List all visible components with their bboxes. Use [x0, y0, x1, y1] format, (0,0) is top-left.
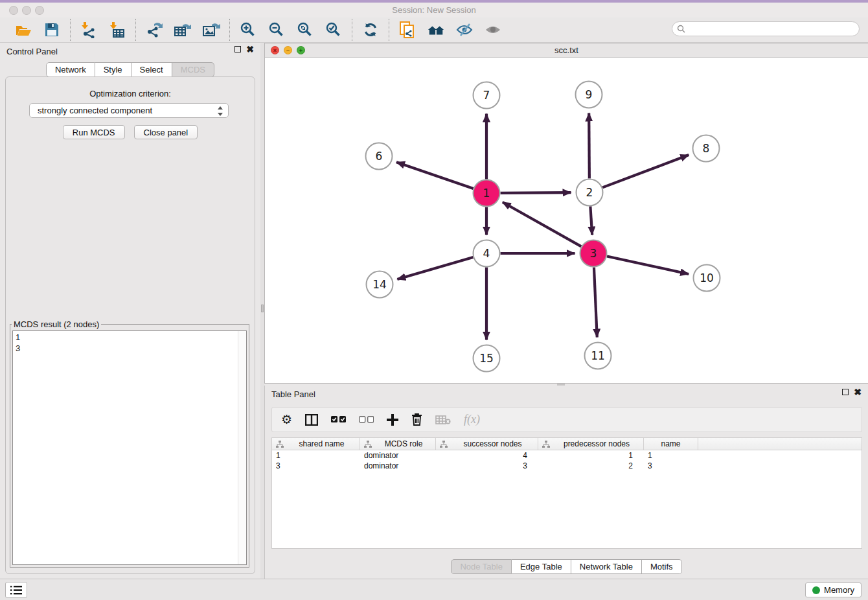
clone-network-icon[interactable] [398, 21, 417, 39]
graph-node-9[interactable]: 9 [576, 82, 602, 108]
zoom-out-icon[interactable] [268, 21, 286, 39]
delete-column-icon[interactable] [411, 413, 422, 426]
column-header-predecessor-nodes[interactable]: predecessor nodes [538, 438, 644, 450]
graph-node-11[interactable]: 11 [585, 343, 611, 369]
graph-edge-3-1[interactable] [503, 202, 581, 246]
graph-edge-2-8[interactable] [602, 155, 689, 187]
result-line: 3 [16, 343, 244, 354]
zoom-selected-icon[interactable] [325, 21, 343, 39]
table-panel: Table Panel ✖ ⚙ f(x) [264, 386, 868, 579]
column-header-name[interactable]: name [644, 438, 698, 450]
tab-mcds[interactable]: MCDS [172, 62, 214, 77]
cell-name: 1 [644, 450, 698, 461]
export-network-icon[interactable] [145, 21, 163, 39]
graph-edge-2-9[interactable] [589, 113, 589, 178]
cell-mcds-role: dominator [360, 450, 436, 461]
graph-edge-2-3[interactable] [590, 206, 592, 235]
graph-node-15[interactable]: 15 [474, 345, 500, 372]
zoom-fit-icon[interactable] [296, 21, 314, 39]
export-image-icon[interactable] [202, 21, 220, 39]
tab-node-table[interactable]: Node Table [451, 559, 512, 574]
table-row[interactable]: 3 dominator 3 2 3 [272, 461, 862, 471]
export-table-icon[interactable] [174, 21, 192, 39]
control-panel-tabs: Network Style Select MCDS [0, 62, 260, 77]
cell-name: 3 [644, 461, 698, 471]
graph-edge-1-2[interactable] [500, 192, 571, 193]
float-panel-icon[interactable] [234, 46, 241, 52]
chevron-updown-icon [217, 106, 223, 116]
graph-edge-3-11[interactable] [594, 267, 597, 337]
graph-node-4[interactable]: 4 [474, 240, 500, 267]
tab-motifs[interactable]: Motifs [642, 559, 682, 574]
deselect-all-icon[interactable] [359, 416, 374, 423]
status-bar: Memory [0, 579, 868, 600]
cell-successor-nodes: 4 [436, 450, 538, 461]
column-header-successor-nodes[interactable]: successor nodes [436, 438, 538, 450]
criterion-value: strongly connected component [38, 106, 152, 115]
select-all-icon[interactable] [331, 416, 346, 423]
mcds-tab-content: Optimization criterion: strongly connect… [5, 76, 255, 574]
splitter-grip[interactable] [261, 305, 264, 312]
import-network-icon[interactable] [80, 21, 98, 39]
network-title: scc.txt [265, 45, 868, 55]
graph-edge-4-14[interactable] [397, 257, 473, 279]
cell-successor-nodes: 3 [436, 461, 538, 471]
table-toolbar: ⚙ f(x) [271, 407, 862, 432]
optimization-criterion-label: Optimization criterion: [6, 89, 255, 98]
import-table-icon[interactable] [108, 21, 126, 39]
tab-select[interactable]: Select [131, 62, 172, 77]
tab-style[interactable]: Style [95, 62, 131, 77]
close-table-panel-icon[interactable]: ✖ [854, 389, 862, 395]
float-table-panel-icon[interactable] [842, 389, 849, 395]
hide-eye-icon[interactable] [455, 21, 474, 39]
column-type-icon [276, 441, 284, 448]
split-panel-icon[interactable] [305, 414, 318, 426]
run-mcds-button[interactable]: Run MCDS [63, 125, 125, 139]
tab-edge-table[interactable]: Edge Table [512, 559, 571, 574]
search-field [672, 21, 860, 36]
graph-node-1[interactable]: 1 [474, 180, 500, 207]
graph-edge-1-6[interactable] [396, 162, 474, 189]
graph-node-label: 10 [700, 271, 714, 284]
save-session-icon[interactable] [43, 21, 61, 39]
graph-node-label: 15 [479, 352, 494, 365]
network-canvas[interactable]: 1234678910111415 [265, 58, 867, 383]
tab-network-table[interactable]: Network Table [571, 559, 642, 574]
column-header-shared-name[interactable]: shared name [272, 438, 360, 450]
home-reset-icon[interactable] [427, 21, 445, 39]
open-session-icon[interactable] [14, 21, 32, 39]
graph-node-label: 8 [703, 142, 710, 155]
criterion-dropdown[interactable]: strongly connected component [29, 103, 229, 118]
memory-button[interactable]: Memory [805, 583, 862, 597]
column-header-mcds-role[interactable]: MCDS role [360, 438, 436, 450]
graph-node-14[interactable]: 14 [367, 271, 393, 298]
graph-node-3[interactable]: 3 [580, 240, 607, 267]
table-row[interactable]: 1 dominator 4 1 1 [272, 450, 862, 461]
close-panel-button[interactable]: Close panel [134, 125, 198, 139]
cell-shared-name: 1 [272, 450, 360, 461]
graph-edge-3-10[interactable] [607, 257, 689, 274]
table-panel-title: Table Panel [271, 389, 315, 399]
graph-node-6[interactable]: 6 [366, 143, 393, 170]
gear-icon[interactable]: ⚙ [281, 413, 292, 426]
search-input[interactable] [672, 21, 860, 36]
mcds-result-text[interactable]: 1 3 [12, 330, 247, 565]
graph-node-7[interactable]: 7 [474, 82, 500, 109]
add-column-icon[interactable] [387, 414, 398, 426]
graph-node-label: 6 [376, 150, 383, 163]
task-history-button[interactable] [5, 582, 27, 598]
column-type-icon [440, 441, 448, 448]
tab-network[interactable]: Network [46, 62, 95, 77]
delete-table-icon[interactable] [435, 415, 451, 424]
close-panel-icon[interactable]: ✖ [246, 46, 254, 52]
titlebar: Session: New Session [0, 3, 868, 17]
zoom-in-icon[interactable] [239, 21, 257, 39]
graph-node-8[interactable]: 8 [693, 135, 720, 162]
graph-node-2[interactable]: 2 [577, 179, 603, 206]
show-eye-icon[interactable] [484, 21, 502, 39]
function-builder-icon[interactable]: f(x) [464, 413, 480, 426]
result-scrollbar[interactable] [238, 331, 246, 564]
graph-node-10[interactable]: 10 [694, 265, 720, 292]
refresh-layout-icon[interactable] [361, 21, 380, 39]
graph-node-label: 14 [372, 278, 387, 291]
